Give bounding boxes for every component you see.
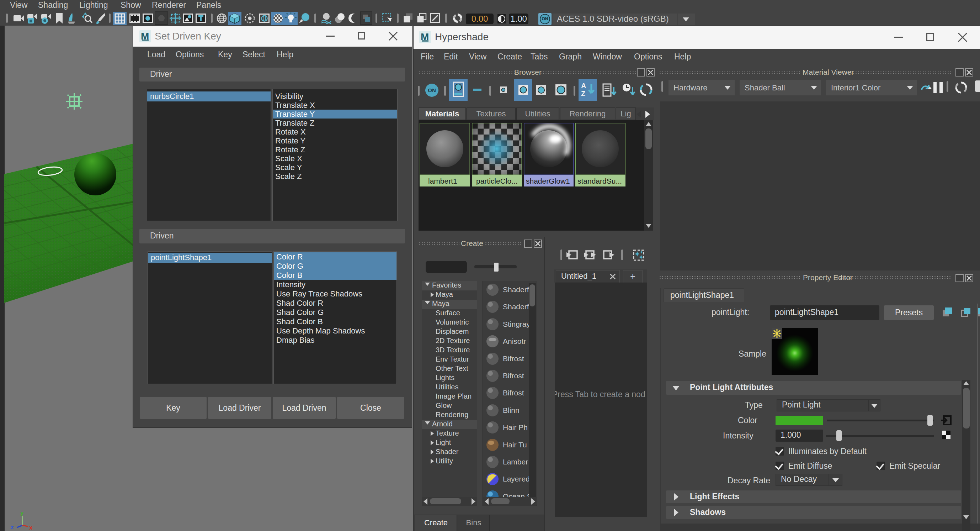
svg-text:y: y <box>20 510 24 517</box>
svg-text:standardSu...: standardSu... <box>578 177 622 185</box>
svg-text:shaderGlow1: shaderGlow1 <box>526 177 570 185</box>
svg-text:lambert1: lambert1 <box>428 177 457 185</box>
svg-text:A: A <box>581 82 586 90</box>
svg-text:Z: Z <box>581 90 585 97</box>
svg-text:z: z <box>11 524 14 531</box>
svg-text:particleClo...: particleClo... <box>476 177 518 185</box>
svg-text:x: x <box>29 524 33 531</box>
